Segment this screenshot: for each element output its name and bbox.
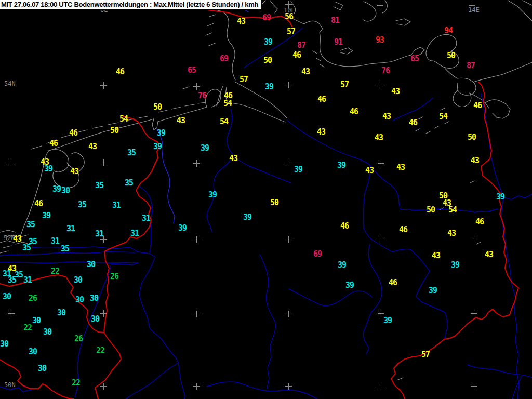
- title-bar: MIT 27.06.07 18:00 UTC Bodenwettermeldun…: [0, 0, 262, 10]
- station-wind-value: 76: [381, 68, 390, 74]
- station-wind-value: 46: [475, 219, 484, 225]
- station-wind-value: 39: [383, 317, 392, 324]
- station-wind-value: 39: [451, 262, 459, 268]
- station-wind-value: 43: [237, 18, 245, 24]
- graticule-tick: [378, 82, 384, 88]
- station-wind-value: 35: [95, 182, 103, 189]
- station-wind-value: 50: [263, 57, 272, 63]
- graticule-label: 54N: [4, 81, 16, 87]
- station-wind-value: 43: [13, 236, 21, 242]
- graticule-tick: [285, 383, 292, 390]
- graticule-tick: [286, 159, 292, 166]
- station-wind-value: 31: [66, 225, 75, 232]
- station-wind-value: 30: [61, 188, 70, 194]
- station-wind-value: 46: [224, 92, 232, 99]
- station-wind-value: 22: [96, 348, 104, 354]
- station-wind-value: 35: [8, 277, 16, 283]
- station-wind-value: 54: [220, 118, 228, 125]
- station-wind-value: 54: [223, 100, 232, 107]
- station-wind-value: 31: [112, 202, 121, 208]
- station-wind-value: 54: [439, 113, 447, 119]
- station-wind-value: 39: [294, 166, 302, 172]
- station-wind-value: 39: [44, 166, 52, 172]
- station-wind-value: 35: [26, 221, 35, 228]
- station-wind-value: 46: [34, 201, 43, 207]
- station-wind-value: 30: [38, 365, 46, 371]
- station-wind-value: 46: [292, 52, 301, 58]
- graticule-tick: [471, 236, 477, 243]
- station-wind-value: 35: [22, 245, 31, 251]
- station-wind-value: 35: [125, 180, 133, 186]
- station-wind-value: 57: [340, 82, 349, 88]
- station-wind-value: 22: [51, 268, 59, 274]
- station-wind-value: 87: [467, 62, 475, 69]
- station-wind-value: 46: [350, 109, 358, 115]
- station-wind-value: 39: [243, 214, 251, 220]
- station-wind-value: 46: [116, 69, 124, 75]
- station-wind-value: 46: [340, 223, 349, 229]
- station-wind-value: 39: [201, 145, 209, 151]
- station-wind-value: 35: [78, 202, 86, 208]
- graticule-tick: [193, 383, 200, 390]
- station-wind-value: 39: [42, 212, 50, 219]
- graticule-tick: [8, 310, 15, 317]
- station-wind-value: 87: [297, 42, 305, 48]
- station-wind-value: 30: [0, 341, 8, 347]
- station-wind-value: 43: [471, 157, 479, 164]
- station-wind-value: 31: [23, 277, 32, 283]
- station-wind-value: 93: [376, 37, 384, 43]
- station-wind-value: 65: [410, 56, 419, 62]
- station-wind-value: 39: [264, 39, 272, 45]
- graticule-tick: [378, 236, 384, 243]
- graticule-tick: [285, 236, 292, 243]
- station-wind-value: 39: [52, 186, 61, 192]
- station-wind-value: 43: [317, 129, 325, 135]
- station-wind-value: 50: [110, 127, 118, 134]
- station-wind-value: 30: [3, 294, 11, 300]
- graticule-tick: [285, 82, 292, 88]
- station-wind-value: 31: [51, 238, 59, 244]
- graticule-tick: [100, 82, 107, 89]
- station-wind-value: 30: [75, 297, 84, 303]
- station-wind-value: 57: [287, 29, 295, 35]
- station-wind-value: 30: [32, 317, 41, 324]
- station-wind-value: 30: [87, 261, 95, 268]
- station-wind-value: 69: [220, 56, 228, 62]
- station-wind-value: 50: [427, 207, 435, 213]
- station-wind-value: 30: [57, 310, 65, 316]
- station-wind-value: 39: [337, 162, 345, 168]
- station-wind-value: 69: [262, 15, 271, 21]
- station-wind-value: 39: [208, 192, 217, 198]
- weather-map: 6E10E14E54N52N50N 4369568193945739879146…: [0, 0, 532, 399]
- station-wind-value: 39: [338, 262, 346, 268]
- station-wind-value: 54: [119, 116, 128, 122]
- station-wind-value: 39: [265, 84, 273, 90]
- station-wind-value: 43: [70, 168, 78, 175]
- station-wind-value: 30: [74, 277, 82, 283]
- station-wind-value: 46: [389, 280, 397, 286]
- station-wind-value: 26: [74, 336, 83, 342]
- graticule-tick: [100, 383, 107, 390]
- station-wind-value: 46: [409, 119, 417, 126]
- station-wind-value: 76: [198, 92, 206, 99]
- station-wind-value: 57: [240, 76, 248, 83]
- station-wind-value: 39: [429, 287, 437, 294]
- station-wind-value: 43: [382, 113, 391, 119]
- graticule-tick: [471, 383, 477, 390]
- station-wind-value: 26: [110, 273, 118, 280]
- station-wind-value: 39: [178, 225, 187, 231]
- station-wind-value: 43: [177, 117, 185, 124]
- station-wind-value: 54: [448, 207, 457, 213]
- station-wind-value: 81: [331, 17, 339, 23]
- station-wind-value: 46: [69, 130, 77, 136]
- station-wind-value: 31: [142, 215, 150, 221]
- graticule-label: 14E: [468, 7, 480, 13]
- station-wind-value: 69: [313, 251, 322, 257]
- graticule-tick: [193, 83, 200, 90]
- station-wind-value: 39: [496, 194, 504, 200]
- station-wind-value: 46: [317, 96, 326, 102]
- graticule-tick: [100, 310, 107, 317]
- station-wind-value: 50: [270, 200, 278, 206]
- station-wind-value: 65: [188, 67, 196, 73]
- station-wind-value: 39: [153, 143, 162, 150]
